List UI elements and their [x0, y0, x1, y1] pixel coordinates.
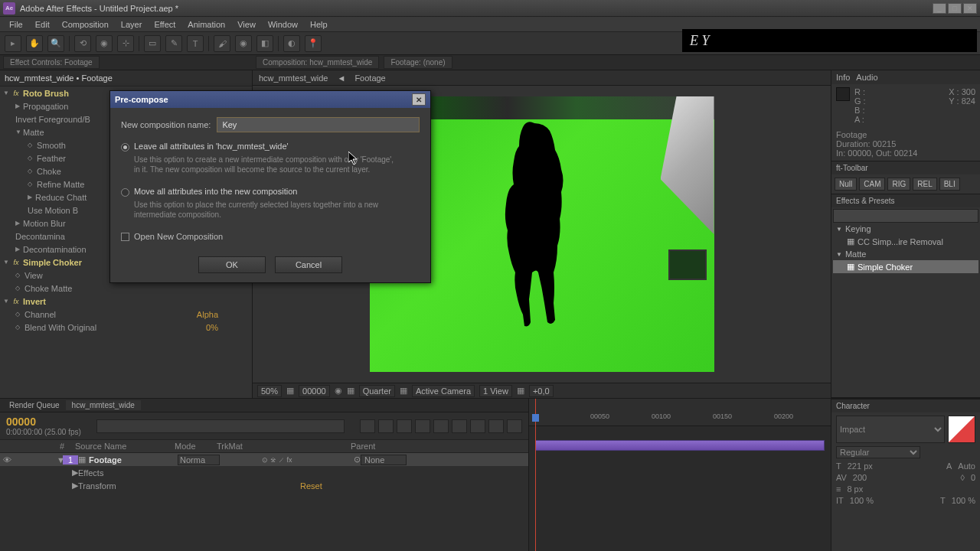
comp-nav-layer[interactable]: Footage	[354, 73, 385, 83]
hand-tool-icon[interactable]: ✋	[26, 35, 43, 52]
ec-channel[interactable]: ◇ChannelAlpha	[0, 308, 252, 321]
check-open-label[interactable]: Open New Composition	[134, 232, 223, 241]
vc-icon[interactable]: ▦	[286, 386, 294, 396]
ep-simple-choker[interactable]: ▦Simple Choker	[833, 260, 978, 273]
puppet-tool-icon[interactable]: 📍	[305, 35, 322, 52]
tl-transform-row[interactable]: ▶ Transform Reset	[0, 479, 528, 492]
tl-search-input[interactable]	[96, 419, 345, 433]
menu-help[interactable]: Help	[305, 18, 332, 31]
check-open-comp[interactable]	[121, 233, 129, 241]
anchor-tool-icon[interactable]: ⊹	[117, 35, 134, 52]
footage-tab[interactable]: Footage: (none)	[384, 56, 452, 69]
tl-layer-row[interactable]: 👁 ▼ 1 ▦ Footage Norma ⊙ ※ ⟋ fx ⊙ None	[0, 453, 528, 466]
menu-window[interactable]: Window	[263, 18, 302, 31]
color-swatch-icon[interactable]	[948, 416, 975, 443]
layer-bar[interactable]	[535, 440, 825, 451]
text-tool-icon[interactable]: T	[187, 35, 204, 52]
cancel-button[interactable]: Cancel	[275, 256, 342, 273]
maximize-button[interactable]: □	[948, 3, 962, 14]
font-family-dropdown[interactable]: Impact	[836, 416, 945, 443]
radio-leave-attrs[interactable]	[121, 143, 129, 152]
tracking[interactable]: 200	[853, 473, 867, 482]
view-dropdown[interactable]: 1 View	[479, 385, 512, 397]
tl-effects-row[interactable]: ▶ Effects	[0, 466, 528, 479]
tl-btn-icon[interactable]	[507, 419, 522, 433]
tl-tab-render-queue[interactable]: Render Queue	[3, 400, 66, 410]
ok-button[interactable]: OK	[198, 256, 266, 273]
effect-controls-tab[interactable]: Effect Controls: Footage	[3, 56, 100, 69]
font-size[interactable]: 221 px	[848, 461, 873, 471]
vc-icon[interactable]: ◉	[335, 386, 342, 396]
composition-tab[interactable]: Composition: hcw_mmtest_wide	[256, 56, 379, 69]
tl-btn-icon[interactable]	[470, 419, 485, 433]
tb-bli[interactable]: BLI	[939, 178, 960, 191]
close-button[interactable]: ✕	[963, 3, 977, 14]
font-style-dropdown[interactable]: Regular	[836, 446, 920, 458]
rotate-tool-icon[interactable]: ⟲	[74, 35, 91, 52]
playhead[interactable]	[535, 399, 536, 551]
exposure-control[interactable]: +0,0	[529, 385, 554, 397]
selection-tool-icon[interactable]: ▸	[5, 35, 21, 52]
vc-icon[interactable]: ▦	[517, 386, 524, 396]
menu-animation[interactable]: Animation	[183, 18, 230, 31]
ep-keying[interactable]: ▼Keying	[833, 223, 978, 235]
fx-invert[interactable]: ▼fxInvert	[0, 295, 252, 308]
brush-tool-icon[interactable]: 🖌	[214, 35, 230, 52]
roto-tool-icon[interactable]: ◐	[283, 35, 300, 52]
time-display[interactable]: 00000	[299, 385, 330, 397]
tl-btn-icon[interactable]	[397, 419, 412, 433]
eraser-tool-icon[interactable]: ◧	[256, 35, 273, 52]
zoom-tool-icon[interactable]: 🔍	[47, 35, 64, 52]
clone-tool-icon[interactable]: ◉	[235, 35, 252, 52]
resolution-dropdown[interactable]: Quarter	[359, 385, 395, 397]
stroke-width[interactable]: 8 px	[847, 484, 863, 494]
pen-tool-icon[interactable]: ✎	[165, 35, 182, 52]
radio-move-label[interactable]: Move all attributes into the new composi…	[134, 187, 297, 196]
tl-btn-icon[interactable]	[488, 419, 504, 433]
vscale[interactable]: 100 %	[850, 496, 874, 505]
tb-rel[interactable]: REL	[913, 178, 936, 191]
menu-file[interactable]: File	[5, 18, 28, 31]
tb-null[interactable]: Null	[835, 178, 857, 191]
info-tab[interactable]: Info	[836, 73, 850, 82]
comp-name-input[interactable]	[217, 117, 420, 132]
minimize-button[interactable]: _	[933, 3, 946, 14]
ec-choke-matte[interactable]: ◇Choke Matte	[0, 282, 252, 295]
effects-search-input[interactable]	[833, 209, 978, 223]
comp-nav-comp[interactable]: hcw_mmtest_wide	[259, 73, 328, 83]
ep-cc-wire[interactable]: ▦CC Simp...ire Removal	[833, 235, 978, 248]
vc-icon[interactable]: ▦	[347, 386, 354, 396]
camera-dropdown[interactable]: Active Camera	[412, 385, 475, 397]
menu-composition[interactable]: Composition	[57, 18, 113, 31]
menu-layer[interactable]: Layer	[116, 18, 147, 31]
dialog-close-button[interactable]: ✕	[412, 93, 426, 106]
tl-btn-icon[interactable]	[452, 419, 467, 433]
hscale[interactable]: 100 %	[952, 496, 975, 505]
ec-blend[interactable]: ◇Blend With Original0%	[0, 321, 252, 334]
radio-leave-label[interactable]: Leave all attributes in 'hcw_mmtest_wide…	[134, 142, 289, 151]
radio-move-attrs[interactable]	[121, 188, 129, 197]
nav-back-icon[interactable]: ◄	[337, 73, 345, 83]
comp-name-label: New composition name:	[121, 120, 211, 129]
tl-btn-icon[interactable]	[415, 419, 430, 433]
tb-cam[interactable]: CAM	[859, 178, 885, 191]
tl-btn-icon[interactable]	[360, 419, 375, 433]
audio-tab[interactable]: Audio	[856, 73, 877, 82]
camera-tool-icon[interactable]: ◉	[96, 35, 113, 52]
menu-view[interactable]: View	[233, 18, 260, 31]
vc-icon[interactable]: ▦	[400, 386, 407, 396]
tl-btn-icon[interactable]	[378, 419, 394, 433]
timeline-track-area[interactable]: 00050 00100 00150 00200	[528, 399, 831, 551]
menu-edit[interactable]: Edit	[31, 18, 54, 31]
dialog-titlebar[interactable]: Pre-compose ✕	[110, 91, 430, 108]
ep-matte[interactable]: ▼Matte	[833, 248, 978, 260]
shape-tool-icon[interactable]: ▭	[144, 35, 161, 52]
menu-effect[interactable]: Effect	[149, 18, 180, 31]
leading[interactable]: Auto	[958, 461, 975, 471]
zoom-dropdown[interactable]: 50%	[257, 385, 282, 397]
tl-timecode[interactable]: 00000	[6, 416, 81, 428]
tl-tab-comp[interactable]: hcw_mmtest_wide	[66, 400, 141, 410]
tl-btn-icon[interactable]	[433, 419, 449, 433]
kerning[interactable]: 0	[971, 473, 975, 482]
tb-rig[interactable]: RIG	[887, 178, 910, 191]
